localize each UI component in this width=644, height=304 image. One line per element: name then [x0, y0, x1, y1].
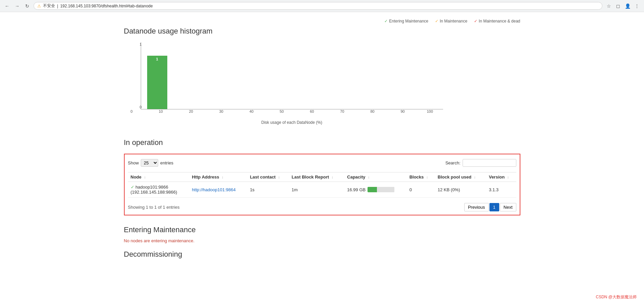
sort-node-icon: ↕ — [144, 175, 146, 179]
legend-in-maintenance: ✓ In Maintenance — [435, 19, 467, 23]
last-block-report-cell: 1m — [289, 182, 344, 198]
decommissioning-section: Decommissioning — [124, 250, 520, 259]
capacity-bar-container: 16.99 GB — [347, 187, 404, 192]
capacity-bar-inner — [368, 187, 377, 192]
entering-maintenance-check-icon: ✓ — [384, 19, 388, 23]
blocks-cell: 0 — [407, 182, 435, 198]
show-entries-control: Show 25 10 50 100 entries — [128, 159, 174, 167]
col-version[interactable]: Version ↕ — [486, 172, 516, 182]
show-label: Show — [128, 160, 139, 165]
previous-button[interactable]: Previous — [464, 203, 489, 211]
address-bar[interactable]: ⚠ 不安全 | 192.168.145.103:9870/dfshealth.h… — [34, 2, 602, 10]
legend-in-maintenance-dead: ✓ In Maintenance & dead — [474, 19, 520, 23]
x-label-40: 40 — [250, 109, 254, 113]
page-1-button[interactable]: 1 — [489, 203, 499, 211]
col-last-block-report[interactable]: Last Block Report ↕ — [289, 172, 344, 182]
node-name-link[interactable]: hadoop101:9866 — [135, 185, 168, 190]
col-block-pool-used[interactable]: Block pool used ↕ — [435, 172, 486, 182]
x-label-70: 70 — [340, 109, 344, 113]
col-http-address[interactable]: Http Address ↕ — [189, 172, 247, 182]
browser-action-buttons: ☆ ◻ 👤 ⋮ — [605, 2, 641, 10]
histogram-chart: 0 1 1 — [141, 42, 443, 109]
decommissioning-title: Decommissioning — [124, 250, 520, 259]
security-warning-text: 不安全 — [43, 3, 55, 9]
legend-in-maintenance-label: In Maintenance — [440, 19, 467, 23]
window-button[interactable]: ◻ — [614, 2, 622, 10]
in-maintenance-check-icon: ✓ — [435, 19, 438, 23]
table-header: Node ↕ Http Address ↕ Last contact ↕ L — [128, 172, 516, 182]
nodes-table: Node ↕ Http Address ↕ Last contact ↕ L — [128, 172, 516, 198]
node-status-icon: ✓ — [131, 185, 134, 190]
legend-in-maintenance-dead-label: In Maintenance & dead — [479, 19, 520, 23]
col-last-contact[interactable]: Last contact ↕ — [247, 172, 289, 182]
sort-blocks-icon: ↕ — [426, 175, 428, 179]
y-tick-1: 1 — [140, 42, 142, 46]
in-maintenance-dead-check-icon: ✓ — [474, 19, 477, 23]
col-blocks[interactable]: Blocks ↕ — [407, 172, 435, 182]
table-header-row: Node ↕ Http Address ↕ Last contact ↕ L — [128, 172, 516, 182]
search-label: Search: — [445, 160, 461, 165]
http-address-link[interactable]: http://hadoop101:9864 — [192, 187, 235, 192]
entering-maintenance-title: Entering Maintenance — [124, 225, 520, 234]
legend-entering-maintenance: ✓ Entering Maintenance — [384, 19, 428, 23]
table-body: ✓ hadoop101:9866 (192.168.145.188:9866) … — [128, 182, 516, 198]
menu-button[interactable]: ⋮ — [633, 2, 641, 10]
next-button[interactable]: Next — [500, 203, 516, 211]
search-input[interactable] — [463, 159, 516, 167]
showing-text: Showing 1 to 1 of 1 entries — [128, 205, 180, 210]
pagination-buttons: Previous 1 Next — [464, 203, 516, 211]
capacity-text: 16.99 GB — [347, 187, 366, 192]
x-label-0: 0 — [131, 109, 133, 113]
sort-capacity-icon: ↕ — [368, 175, 370, 179]
x-label-60: 60 — [310, 109, 314, 113]
security-warning-icon: ⚠ — [37, 4, 41, 8]
x-label-20: 20 — [189, 109, 193, 113]
table-controls: Show 25 10 50 100 entries Search: — [128, 158, 516, 168]
sort-last-block-icon: ↕ — [332, 175, 333, 179]
browser-chrome: ← → ↻ ⚠ 不安全 | 192.168.145.103:9870/dfshe… — [0, 0, 644, 12]
entering-maintenance-no-data: No nodes are entering maintenance. — [124, 238, 520, 243]
x-label-80: 80 — [371, 109, 375, 113]
col-capacity[interactable]: Capacity ↕ — [344, 172, 406, 182]
pagination-row: Showing 1 to 1 of 1 entries Previous 1 N… — [128, 201, 516, 211]
forward-button[interactable]: → — [13, 2, 21, 10]
profile-button[interactable]: 👤 — [624, 2, 631, 10]
back-button[interactable]: ← — [3, 2, 11, 10]
y-tick-0: 0 — [140, 105, 142, 109]
histogram-bar-label: 1 — [147, 57, 167, 61]
legend-bar: ✓ Entering Maintenance ✓ In Maintenance … — [124, 19, 520, 23]
version-cell: 3.1.3 — [486, 182, 516, 198]
entries-select[interactable]: 25 10 50 100 — [141, 159, 158, 167]
x-label-30: 30 — [219, 109, 223, 113]
histogram-bar-0: 1 — [147, 56, 167, 109]
in-operation-table-section: Show 25 10 50 100 entries Search: — [124, 154, 520, 215]
capacity-bar-outer — [368, 187, 394, 192]
legend-entering-maintenance-label: Entering Maintenance — [389, 19, 428, 23]
block-pool-used-cell: 12 KB (0%) — [435, 182, 486, 198]
page-content: ✓ Entering Maintenance ✓ In Maintenance … — [104, 12, 541, 269]
sort-version-icon: ↕ — [507, 175, 509, 179]
entries-label: entries — [160, 160, 173, 165]
col-node[interactable]: Node ↕ — [128, 172, 189, 182]
in-operation-section: In operation Show 25 10 50 100 entries S… — [124, 138, 520, 215]
x-label-50: 50 — [280, 109, 284, 113]
bookmark-button[interactable]: ☆ — [605, 2, 612, 10]
table-row: ✓ hadoop101:9866 (192.168.145.188:9866) … — [128, 182, 516, 198]
histogram-section: Datanode usage histogram 0 1 1 0 10 20 3… — [124, 27, 520, 125]
x-label-100: 100 — [427, 109, 433, 113]
node-cell: ✓ hadoop101:9866 (192.168.145.188:9866) — [128, 182, 189, 198]
x-axis-title: Disk usage of each DataNode (%) — [141, 120, 443, 125]
x-label-90: 90 — [401, 109, 405, 113]
search-box: Search: — [445, 159, 516, 167]
sort-last-contact-icon: ↕ — [278, 175, 280, 179]
sort-http-icon: ↕ — [222, 175, 223, 179]
last-contact-cell: 1s — [247, 182, 289, 198]
url-text: 192.168.145.103:9870/dfshealth.html#tab-… — [60, 4, 153, 8]
node-ip: (192.168.145.188:9866) — [131, 190, 177, 195]
entering-maintenance-section: Entering Maintenance No nodes are enteri… — [124, 225, 520, 243]
http-address-cell: http://hadoop101:9864 — [189, 182, 247, 198]
x-label-10: 10 — [159, 109, 163, 113]
reload-button[interactable]: ↻ — [24, 2, 31, 10]
histogram-title: Datanode usage histogram — [124, 27, 520, 36]
in-operation-title: In operation — [124, 138, 520, 147]
